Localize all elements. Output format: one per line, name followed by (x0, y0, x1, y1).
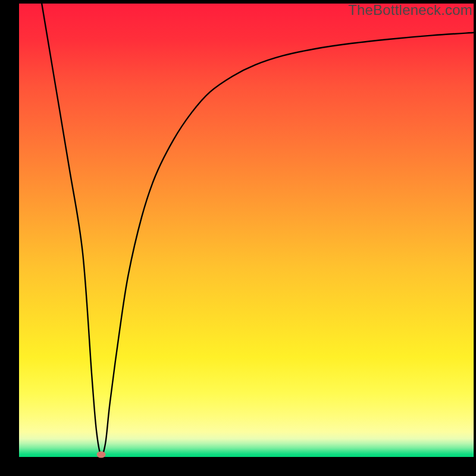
bottleneck-curve (19, 4, 474, 457)
gradient-plot-area (19, 4, 474, 457)
minimum-marker (96, 452, 105, 458)
watermark-text: TheBottleneck.com (348, 2, 472, 18)
chart-stage: TheBottleneck.com (0, 0, 476, 476)
